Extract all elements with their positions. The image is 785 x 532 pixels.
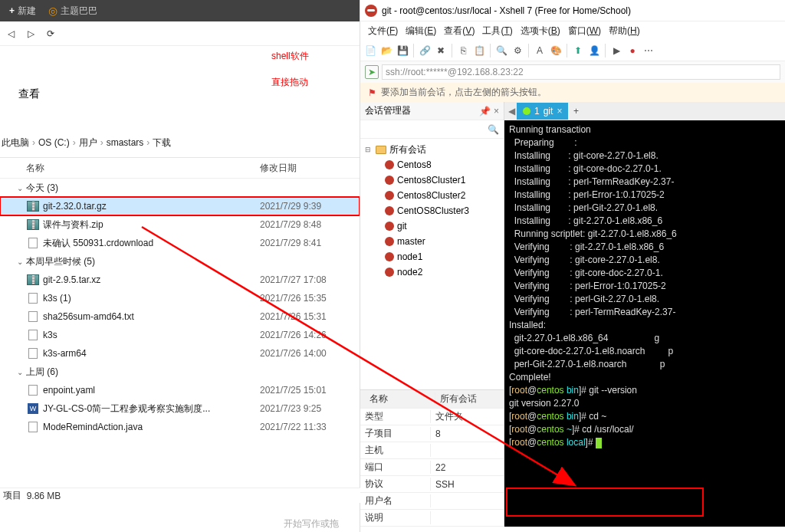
tb-help-icon[interactable]: ● bbox=[626, 44, 639, 57]
tb-connect-icon[interactable]: 🔗 bbox=[418, 44, 432, 57]
menu-工具[interactable]: 工具(T) bbox=[479, 23, 515, 39]
tb-new-icon[interactable]: 📄 bbox=[363, 44, 377, 57]
search-icon[interactable]: 🔍 bbox=[488, 124, 499, 135]
file-group-header[interactable]: ⌄本周早些时候 (5) bbox=[0, 252, 360, 271]
file-name: sha256sum-amd64.txt bbox=[40, 311, 260, 322]
tb-copy-icon[interactable]: ⎘ bbox=[456, 44, 470, 57]
tree-root[interactable]: ⊟所有会话 bbox=[362, 142, 502, 157]
file-row[interactable]: enpoint.yaml2021/7/25 15:01 bbox=[0, 381, 360, 399]
tb-font-icon[interactable]: A bbox=[533, 44, 547, 57]
file-icon bbox=[26, 311, 40, 322]
terminal-tabbar: ◀ 1 git × + bbox=[504, 102, 785, 120]
address-input[interactable]: ssh://root:******@192.168.8.23:22 bbox=[382, 64, 780, 80]
session-item[interactable]: git bbox=[362, 218, 502, 234]
theme-tab[interactable]: ◎ 主题巴巴 bbox=[42, 2, 103, 19]
prop-row: 用户名 bbox=[360, 493, 504, 510]
tb-color-icon[interactable]: 🎨 bbox=[549, 44, 563, 57]
tb-paste-icon[interactable]: 📋 bbox=[472, 44, 486, 57]
tb-user-icon[interactable]: 👤 bbox=[587, 44, 601, 57]
session-item[interactable]: node1 bbox=[362, 249, 502, 264]
tb-xftp-icon[interactable]: ⬆ bbox=[571, 44, 585, 57]
tb-open-icon[interactable]: 📂 bbox=[379, 44, 393, 57]
tab-git[interactable]: 1 git × bbox=[517, 103, 568, 120]
col-name[interactable]: 名称 bbox=[15, 162, 260, 175]
tb-disconnect-icon[interactable]: ✖ bbox=[434, 44, 448, 57]
chevron-down-icon: ⌄ bbox=[17, 368, 26, 376]
session-manager: 会话管理器 📌× 🔍 ⊟所有会话Centos8Centos8Cluster1Ce… bbox=[360, 102, 504, 527]
breadcrumb-seg[interactable]: smastars bbox=[107, 137, 144, 148]
chevron-right-icon: › bbox=[143, 137, 153, 148]
session-label: master bbox=[397, 236, 425, 247]
file-row[interactable]: WJY-GL-CS-0简一工程参观考察实施制度...2021/7/23 9:25 bbox=[0, 399, 360, 418]
terminal[interactable]: Running transaction Preparing : Installi… bbox=[504, 120, 785, 527]
file-name: git-2.9.5.tar.xz bbox=[40, 274, 260, 285]
breadcrumb-seg[interactable]: 下载 bbox=[153, 137, 171, 148]
prop-key: 端口 bbox=[360, 461, 431, 474]
session-label: git bbox=[397, 221, 407, 232]
file-group-header[interactable]: ⌄上周 (6) bbox=[0, 363, 360, 381]
file-row[interactable]: k3s (1)2021/7/26 15:35 bbox=[0, 289, 360, 307]
tab-prev-icon[interactable]: ◀ bbox=[506, 106, 517, 117]
file-row[interactable]: k3s-arm642021/7/26 14:00 bbox=[0, 344, 360, 363]
chevron-down-icon: ⌄ bbox=[17, 184, 26, 192]
browser-titlebar: + 新建 ◎ 主题巴巴 bbox=[0, 0, 360, 21]
prop-value: 文件夹 bbox=[431, 410, 504, 423]
collapse-icon[interactable]: ⊟ bbox=[365, 146, 373, 153]
view-menu-label[interactable]: 查看 bbox=[0, 84, 360, 104]
file-list[interactable]: ⌄今天 (3)git-2.32.0.tar.gz2021/7/29 9:39课件… bbox=[0, 179, 360, 485]
tab-close-icon[interactable]: × bbox=[557, 106, 562, 117]
file-row[interactable]: sha256sum-amd64.txt2021/7/26 15:31 bbox=[0, 307, 360, 326]
session-item[interactable]: CentOS8Cluster3 bbox=[362, 203, 502, 218]
session-item[interactable]: node2 bbox=[362, 264, 502, 280]
session-item[interactable]: Centos8Cluster2 bbox=[362, 188, 502, 203]
session-item[interactable]: master bbox=[362, 234, 502, 249]
breadcrumb-seg[interactable]: 用户 bbox=[79, 137, 97, 148]
list-header: 名称 修改日期 bbox=[0, 157, 360, 179]
pin-icon[interactable]: 📌 bbox=[479, 106, 491, 117]
breadcrumb-seg[interactable]: OS (C:) bbox=[38, 137, 70, 148]
file-row[interactable]: 未确认 550931.crdownload2021/7/29 8:41 bbox=[0, 234, 360, 252]
tb-search-icon[interactable]: 🔍 bbox=[494, 44, 508, 57]
tb-more-icon[interactable]: ⋯ bbox=[642, 44, 655, 57]
session-icon bbox=[385, 222, 394, 231]
xshell-titlebar[interactable]: git - root@centos:/usr/local - Xshell 7 … bbox=[360, 0, 785, 21]
menu-文件[interactable]: 文件(F) bbox=[365, 23, 401, 39]
breadcrumb[interactable]: 此电脑›OS (C:)›用户›smastars›下载 bbox=[0, 133, 360, 153]
file-row[interactable]: ModeRemindAction.java2021/7/22 11:33 bbox=[0, 418, 360, 436]
file-group-header[interactable]: ⌄今天 (3) bbox=[0, 179, 360, 197]
session-tree[interactable]: ⊟所有会话Centos8Centos8Cluster1Centos8Cluste… bbox=[360, 139, 504, 389]
menu-帮助[interactable]: 帮助(H) bbox=[606, 23, 643, 39]
terminal-area: ◀ 1 git × + Running transaction Preparin… bbox=[504, 102, 785, 527]
menu-窗口[interactable]: 窗口(W) bbox=[565, 23, 604, 39]
breadcrumb-seg[interactable]: 此电脑 bbox=[2, 137, 29, 148]
tb-props-icon[interactable]: ⚙ bbox=[511, 44, 524, 57]
flag-icon: ⚑ bbox=[368, 87, 376, 98]
session-label: CentOS8Cluster3 bbox=[397, 205, 469, 216]
tab-add-icon[interactable]: + bbox=[568, 106, 583, 117]
menu-编辑[interactable]: 编辑(E) bbox=[402, 23, 439, 39]
file-row[interactable]: git-2.32.0.tar.gz2021/7/29 9:39 bbox=[0, 197, 360, 215]
menu-查看[interactable]: 查看(V) bbox=[441, 23, 478, 39]
file-icon bbox=[26, 330, 40, 340]
session-icon bbox=[385, 237, 394, 246]
add-session-icon[interactable]: ➤ bbox=[365, 65, 379, 79]
chevron-right-icon: › bbox=[70, 137, 79, 148]
forward-icon[interactable]: ▷ bbox=[25, 28, 37, 40]
close-icon[interactable]: × bbox=[494, 106, 499, 117]
theme-icon: ◎ bbox=[48, 5, 57, 17]
tb-script-icon[interactable]: ▶ bbox=[609, 44, 623, 57]
col-date[interactable]: 修改日期 bbox=[260, 162, 360, 175]
refresh-icon[interactable]: ⟳ bbox=[44, 28, 57, 40]
prop-key: 名称 bbox=[365, 392, 435, 406]
file-row[interactable]: 课件与资料.zip2021/7/29 8:48 bbox=[0, 215, 360, 234]
tb-save-icon[interactable]: 💾 bbox=[396, 44, 409, 57]
session-item[interactable]: Centos8 bbox=[362, 157, 502, 172]
status-items-label: 项目 bbox=[3, 489, 21, 502]
new-tab-button[interactable]: + 新建 bbox=[3, 2, 42, 19]
file-row[interactable]: k3s2021/7/26 14:26 bbox=[0, 326, 360, 344]
menu-选项卡[interactable]: 选项卡(B) bbox=[517, 23, 563, 39]
back-icon[interactable]: ◁ bbox=[5, 28, 17, 40]
session-item[interactable]: Centos8Cluster1 bbox=[362, 172, 502, 188]
file-row[interactable]: git-2.9.5.tar.xz2021/7/27 17:08 bbox=[0, 271, 360, 289]
xshell-window: git - root@centos:/usr/local - Xshell 7 … bbox=[360, 0, 785, 532]
